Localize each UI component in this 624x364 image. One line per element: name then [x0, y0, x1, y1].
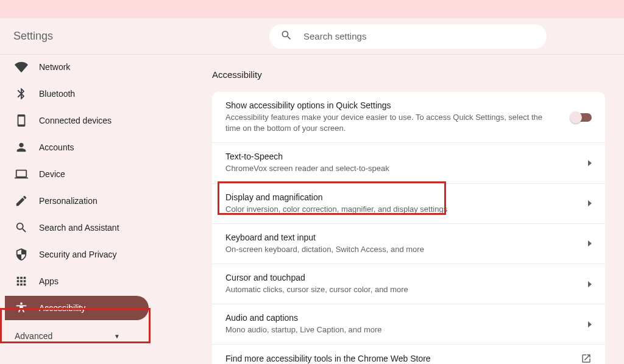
chevron-right-icon [588, 321, 592, 327]
chevron-down-icon: ▼ [114, 333, 120, 340]
sidebar-item-label: Network [39, 62, 70, 72]
row-text-to-speech[interactable]: Text-to-Speech ChromeVox screen reader a… [212, 143, 605, 183]
row-action [588, 321, 592, 327]
row-title: Show accessibility options in Quick Sett… [225, 100, 559, 110]
search-input[interactable] [303, 31, 536, 41]
sidebar-item-search-assistant[interactable]: Search and Assistant [5, 215, 149, 240]
row-audio-captions[interactable]: Audio and captions Mono audio, startup, … [212, 304, 605, 345]
row-keyboard-text-input[interactable]: Keyboard and text input On-screen keyboa… [212, 224, 605, 264]
row-title: Text-to-Speech [225, 152, 576, 161]
row-web-store[interactable]: Find more accessibility tools in the Chr… [212, 345, 605, 364]
chevron-right-icon [588, 281, 592, 287]
row-action [581, 353, 592, 364]
sidebar-item-label: Apps [39, 276, 58, 286]
row-cursor-touchpad[interactable]: Cursor and touchpad Automatic clicks, cu… [212, 264, 605, 304]
sidebar-item-label: Security and Privacy [39, 250, 117, 259]
search-icon [280, 29, 303, 43]
sidebar-item-label: Accessibility [39, 303, 85, 313]
row-action [588, 200, 592, 206]
header-bar: Settings [0, 18, 624, 55]
pencil-icon [15, 194, 28, 208]
open-external-icon [581, 353, 592, 364]
row-text: Show accessibility options in Quick Sett… [225, 100, 571, 134]
row-sub: Color inversion, color correction, magni… [225, 204, 576, 215]
row-text: Audio and captions Mono audio, startup, … [225, 313, 588, 335]
row-text: Find more accessibility tools in the Chr… [225, 354, 581, 364]
row-quick-settings[interactable]: Show accessibility options in Quick Sett… [212, 92, 605, 143]
chevron-right-icon [588, 240, 592, 247]
sidebar-item-accessibility[interactable]: Accessibility [5, 296, 149, 320]
sidebar-item-label: Connected devices [39, 116, 112, 125]
row-title: Display and magnification [225, 192, 576, 202]
row-sub: Automatic clicks, cursor size, cursor co… [225, 284, 576, 295]
search-box[interactable] [269, 24, 547, 49]
row-title: Keyboard and text input [225, 233, 576, 242]
apps-icon [15, 275, 28, 288]
row-title: Find more accessibility tools in the Chr… [225, 354, 569, 363]
section-title: Accessibility [212, 69, 609, 80]
row-text: Text-to-Speech ChromeVox screen reader a… [225, 152, 588, 174]
row-text: Display and magnification Color inversio… [225, 192, 588, 215]
phone-icon [15, 114, 28, 127]
content-area: Accessibility Show accessibility options… [183, 55, 624, 364]
sidebar-item-network[interactable]: Network [5, 55, 149, 79]
accessibility-icon [15, 301, 28, 315]
bluetooth-icon [15, 87, 28, 100]
row-action [571, 113, 592, 122]
laptop-icon [15, 167, 28, 181]
row-title: Audio and captions [225, 313, 576, 323]
row-title: Cursor and touchpad [225, 273, 576, 282]
sidebar-item-security-privacy[interactable]: Security and Privacy [5, 242, 149, 267]
sidebar-item-label: Search and Assistant [39, 223, 119, 233]
toggle-switch[interactable] [571, 113, 592, 122]
sidebar-item-label: Personalization [39, 196, 98, 206]
advanced-label: Advanced [15, 331, 52, 341]
row-action [588, 281, 592, 287]
window-top-strip [0, 0, 624, 18]
sidebar-advanced[interactable]: Advanced ▼ [5, 323, 130, 349]
row-sub: ChromeVox screen reader and select-to-sp… [225, 163, 576, 174]
person-icon [15, 141, 28, 154]
search-icon [15, 221, 28, 234]
row-display-magnification[interactable]: Display and magnification Color inversio… [212, 184, 605, 224]
wifi-icon [15, 60, 28, 74]
app-title: Settings [13, 30, 269, 43]
sidebar-item-label: Accounts [39, 142, 74, 152]
row-sub: On-screen keyboard, dictation, Switch Ac… [225, 244, 576, 255]
chevron-right-icon [588, 200, 592, 206]
row-action [588, 240, 592, 247]
settings-card: Show accessibility options in Quick Sett… [212, 92, 605, 364]
sidebar-item-label: Bluetooth [39, 89, 75, 99]
sidebar-item-personalization[interactable]: Personalization [5, 189, 149, 213]
sidebar-item-device[interactable]: Device [5, 162, 149, 186]
row-sub: Accessibility features make your device … [225, 112, 559, 134]
chevron-right-icon [588, 160, 592, 166]
shield-icon [15, 248, 28, 261]
row-sub: Mono audio, startup, Live Caption, and m… [225, 324, 576, 335]
row-text: Keyboard and text input On-screen keyboa… [225, 233, 588, 255]
row-text: Cursor and touchpad Automatic clicks, cu… [225, 273, 588, 295]
sidebar-item-label: Device [39, 169, 65, 179]
sidebar-item-accounts[interactable]: Accounts [5, 135, 149, 159]
sidebar-item-apps[interactable]: Apps [5, 269, 149, 293]
sidebar-item-connected-devices[interactable]: Connected devices [5, 108, 149, 133]
sidebar: Network Bluetooth Connected devices Acco… [0, 55, 183, 364]
row-action [588, 160, 592, 166]
sidebar-item-bluetooth[interactable]: Bluetooth [5, 82, 149, 106]
